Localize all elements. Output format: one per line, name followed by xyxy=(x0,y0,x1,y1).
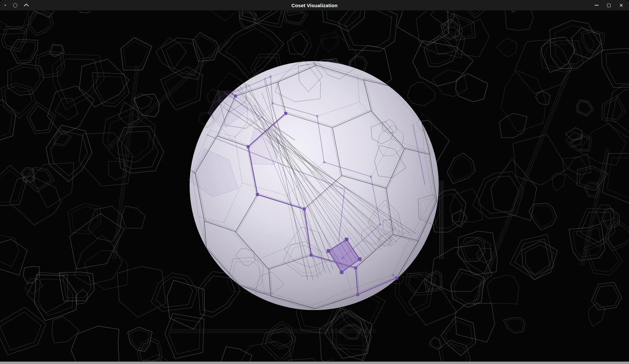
record-circle-button[interactable] xyxy=(13,3,17,8)
window-title: Coset Visualization xyxy=(0,3,629,8)
close-button[interactable]: × xyxy=(619,2,623,8)
chevron-up-icon xyxy=(24,3,29,8)
expand-button[interactable] xyxy=(25,3,28,8)
titlebar[interactable]: Coset Visualization × xyxy=(0,0,629,11)
viz-viewport[interactable] xyxy=(0,11,629,361)
titlebar-left-controls xyxy=(0,3,28,8)
circle-icon xyxy=(13,3,17,8)
app-window: Coset Visualization × xyxy=(0,0,629,364)
window-bottom-edge xyxy=(0,361,629,364)
coset-3d-scene[interactable] xyxy=(0,11,629,361)
window-controls: × xyxy=(595,2,629,8)
status-dot-icon xyxy=(5,5,6,6)
maximize-icon xyxy=(607,4,611,7)
minimize-button[interactable] xyxy=(595,5,599,6)
minimize-icon xyxy=(595,5,599,6)
maximize-button[interactable] xyxy=(607,4,611,7)
